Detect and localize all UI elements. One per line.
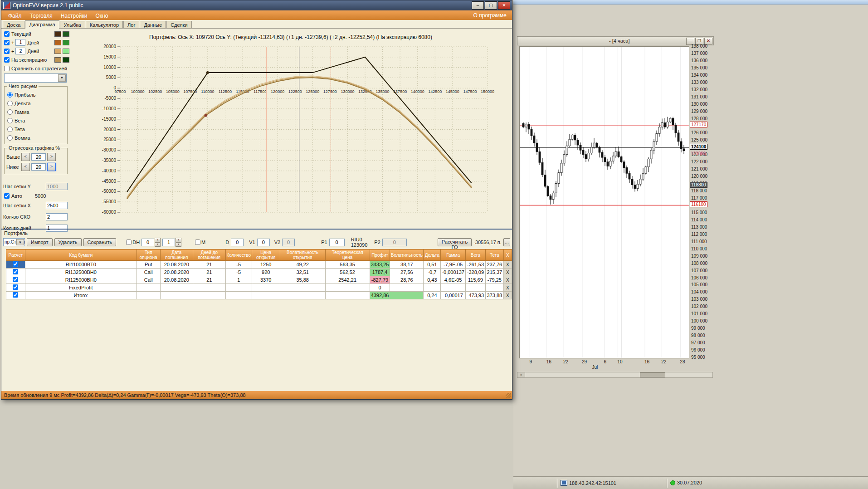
- spin-down-icon[interactable]: ▼: [155, 242, 161, 247]
- curve-plus1-checkbox[interactable]: [4, 40, 10, 45]
- column-header[interactable]: Тета: [485, 249, 503, 261]
- chevron-down-icon[interactable]: ▼: [58, 74, 66, 82]
- increase-below-button[interactable]: >: [47, 163, 56, 171]
- delete-button[interactable]: Удалить: [54, 238, 82, 246]
- column-header[interactable]: Теоретическая цена: [325, 249, 370, 261]
- days-count-input[interactable]: [46, 225, 68, 232]
- radio-vega[interactable]: [7, 118, 13, 123]
- row-delete-button[interactable]: X: [503, 292, 512, 299]
- curve-color-swatch[interactable]: [63, 40, 69, 45]
- tab-1[interactable]: Доска: [3, 21, 24, 28]
- column-header[interactable]: Волатильность: [390, 249, 424, 261]
- plus1-days-input[interactable]: [15, 39, 25, 46]
- tray-connection[interactable]: 188.43.242.42:15101: [561, 480, 616, 486]
- radio-vomma[interactable]: [7, 135, 13, 141]
- more-button[interactable]: ...: [503, 238, 510, 246]
- save-button[interactable]: Сохранить: [83, 238, 117, 246]
- m-checkbox[interactable]: [195, 240, 200, 245]
- close-button[interactable]: ✕: [498, 1, 510, 10]
- chart-child-titlebar[interactable]: - [4 часа] — ❐ ✕: [517, 36, 714, 45]
- auto-checkbox[interactable]: [4, 193, 10, 199]
- p1-input[interactable]: [329, 239, 345, 246]
- tray-clock[interactable]: 30.07.2020: [670, 480, 702, 485]
- tab-4[interactable]: Калькулятор: [86, 21, 123, 28]
- curve-color-swatch[interactable]: [63, 49, 69, 54]
- row-calc-checkbox[interactable]: [13, 292, 18, 298]
- curve-current-checkbox[interactable]: [4, 31, 10, 37]
- column-header[interactable]: Дельта: [424, 249, 441, 261]
- spin-up-icon[interactable]: ▲: [155, 238, 161, 242]
- v2-input[interactable]: [282, 239, 295, 246]
- column-header[interactable]: Цена открытия: [252, 249, 280, 261]
- dh-checkbox[interactable]: [126, 240, 132, 245]
- radio-profit[interactable]: [7, 92, 13, 98]
- plus2-days-input[interactable]: [15, 48, 25, 54]
- column-header[interactable]: Количество: [225, 249, 252, 261]
- v1-input[interactable]: [257, 239, 270, 246]
- menu-about[interactable]: О программе: [471, 12, 509, 19]
- tab-7[interactable]: Сделки: [166, 21, 192, 28]
- decrease-below-button[interactable]: <: [21, 163, 30, 171]
- strategy-compare-select[interactable]: ▼: [4, 73, 67, 83]
- sko-count-input[interactable]: [46, 213, 68, 220]
- radio-gamma[interactable]: [7, 109, 13, 115]
- chevron-down-icon[interactable]: ▼: [16, 239, 24, 245]
- below-percent-input[interactable]: [31, 163, 46, 171]
- menu-item[interactable]: Файл: [4, 13, 26, 19]
- row-delete-button[interactable]: X: [503, 269, 512, 276]
- chart-horizontal-scrollbar[interactable]: «: [517, 372, 713, 378]
- maximize-button[interactable]: ▢: [485, 1, 497, 10]
- import-button[interactable]: Импорт: [27, 238, 52, 246]
- tab-2[interactable]: Диаграмма: [25, 20, 59, 29]
- radio-delta[interactable]: [7, 101, 13, 106]
- row-calc-checkbox[interactable]: [13, 284, 18, 290]
- column-header[interactable]: Дней до погашения: [193, 249, 225, 261]
- tab-5[interactable]: Лог: [123, 21, 139, 28]
- compare-strategy-checkbox[interactable]: [4, 66, 10, 71]
- dh-value-2-input[interactable]: [162, 239, 175, 246]
- dh-value-1-input[interactable]: [141, 239, 154, 246]
- spin-down-icon[interactable]: ▼: [176, 242, 181, 247]
- radio-theta[interactable]: [7, 127, 13, 132]
- menu-item[interactable]: Настройки: [57, 13, 92, 19]
- column-header[interactable]: X: [503, 249, 512, 261]
- row-delete-button[interactable]: X: [503, 276, 512, 284]
- menu-item[interactable]: Торговля: [26, 13, 57, 19]
- column-header[interactable]: Тип опциона: [137, 249, 160, 261]
- above-percent-input[interactable]: [31, 153, 46, 161]
- curve-color-swatch[interactable]: [54, 49, 61, 54]
- row-calc-checkbox[interactable]: [13, 261, 18, 267]
- p2-input[interactable]: [382, 239, 407, 246]
- scroll-left-icon[interactable]: «: [517, 372, 525, 377]
- column-header[interactable]: Расчет: [6, 249, 25, 261]
- grid-x-input[interactable]: [46, 202, 68, 209]
- d-input[interactable]: [231, 239, 244, 246]
- curve-color-swatch[interactable]: [54, 57, 61, 63]
- curve-color-swatch[interactable]: [63, 57, 69, 63]
- strategy-select[interactable]: пр.Стренгл 17 ▼: [3, 238, 25, 246]
- increase-above-button[interactable]: >: [47, 153, 56, 161]
- resize-grip-icon[interactable]: [506, 393, 511, 398]
- payoff-chart[interactable]: 9750010000010250010500010750011000011250…: [70, 41, 510, 223]
- calc-go-button[interactable]: Рассчитать ГО: [438, 238, 472, 246]
- menu-item[interactable]: Окно: [92, 13, 112, 19]
- tab-3[interactable]: Улыбка: [60, 21, 85, 28]
- column-header[interactable]: Гамма: [441, 249, 466, 261]
- curve-expiration-checkbox[interactable]: [4, 57, 10, 63]
- row-calc-checkbox[interactable]: [13, 277, 18, 282]
- column-header[interactable]: Дата погашения: [160, 249, 193, 261]
- column-header[interactable]: Профит: [370, 249, 390, 261]
- titlebar[interactable]: OptionFVV версия 2.1 public – ▢ ✕: [1, 0, 512, 10]
- scrollbar-thumb[interactable]: [640, 372, 665, 377]
- minimize-button[interactable]: –: [472, 1, 484, 10]
- column-header[interactable]: Код бумаги: [25, 249, 137, 261]
- curve-color-swatch[interactable]: [54, 40, 61, 45]
- row-delete-button[interactable]: X: [503, 284, 512, 292]
- curve-plus2-checkbox[interactable]: [4, 49, 10, 54]
- decrease-above-button[interactable]: <: [21, 153, 30, 161]
- candlestick-chart[interactable]: [519, 46, 689, 358]
- grid-y-input[interactable]: [46, 183, 68, 190]
- row-calc-checkbox[interactable]: [13, 269, 18, 274]
- curve-color-swatch[interactable]: [63, 31, 69, 37]
- tab-6[interactable]: Данные: [140, 21, 166, 28]
